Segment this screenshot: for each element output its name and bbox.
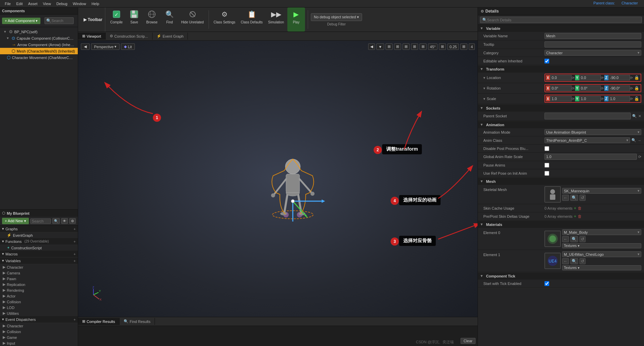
vp-scale-btn[interactable]: 0.25 [447,43,459,50]
use-ref-checkbox[interactable] [544,171,549,176]
scale-z-spin[interactable]: ⟳ [630,97,633,101]
tab-find-results[interactable]: 🔍 Find Results [120,318,155,325]
socket-search-icon[interactable]: 🔍 [632,114,637,118]
ed-game[interactable]: ▶ Game [0,334,78,340]
event-dispatchers-group[interactable]: ▾ Event Dispatchers + [0,316,78,323]
vp-icon-btn-6[interactable]: ⊞ [411,43,418,50]
anim-class-dropdown[interactable]: ThirdPerson_AnimBP_C ▾ [544,137,630,143]
tree-item-arrow[interactable]: → Arrow Component (Arrow) (Inherited) [0,41,78,48]
mesh-back-btn[interactable]: ← [562,195,569,201]
scale-y-spin[interactable]: ⟳ [601,97,604,101]
var-collision[interactable]: ▶ Collision [0,299,78,305]
el1-back-btn[interactable]: ← [562,258,569,264]
var-actor[interactable]: ▶ Actor [0,293,78,299]
el0-back-btn[interactable]: ← [562,236,569,242]
graphs-add-btn[interactable]: + [74,227,76,231]
vp-back-button[interactable]: ◀ [81,43,90,50]
menu-help[interactable]: Help [89,1,102,6]
menu-edit[interactable]: Edit [14,1,25,6]
scale-y-input[interactable] [579,96,601,101]
bp-search-btn[interactable]: 🔍 [52,218,60,224]
vp-icon-btn-11[interactable]: ⊞ [460,43,467,50]
bp-settings-btn[interactable]: ⚙ [69,218,76,224]
disable-post-checkbox[interactable] [544,146,549,151]
vp-icon-btn-2[interactable]: ▼ [376,43,384,50]
menu-file[interactable]: File [2,1,14,6]
variable-section-header[interactable]: ▾ Variable [478,25,644,32]
blueprint-section-header[interactable]: ⬡ My Blueprint [0,210,78,217]
loc-y-input[interactable] [579,75,601,80]
perspective-button[interactable]: Perspective ▾ [91,43,120,50]
animation-section-header[interactable]: ▾ Animation [478,121,644,128]
loc-z-input[interactable] [608,75,630,80]
skeletal-mesh-dropdown[interactable]: SK_Mannequin ▾ [562,188,641,194]
socket-clear-icon[interactable]: ✕ [638,114,641,118]
tree-item-mesh[interactable]: ⬡ Mesh (CharacterMesh0) (Inherited) [0,48,78,54]
rot-x-spin[interactable]: ⟳ [572,86,574,90]
debug-object-button[interactable]: No debug object selected ▾ [311,13,362,21]
add-new-button[interactable]: + Add New ▾ [2,218,29,224]
lit-button[interactable]: ◆ Lit [121,43,135,50]
add-component-button[interactable]: + Add Component ▾ [2,18,40,24]
tree-item-capsule[interactable]: ▾ ⊙ Capsule Component (CollisionCylinder… [0,35,78,41]
var-camera[interactable]: ▶ Camera [0,270,78,276]
textures1-dropdown[interactable]: Textures ▾ [562,265,641,270]
materials-section-header[interactable]: ▾ Materials [478,221,644,228]
scale-lock[interactable]: 🔓 [633,96,640,101]
tree-item-movement[interactable]: ⬡ Character Movement (CharMoveCOmp) (Inh… [0,54,78,61]
scale-x-input[interactable] [550,96,572,101]
event-graph-item[interactable]: ⚡ EventGraph [0,232,78,238]
el1-search-btn[interactable]: 🔍 [570,258,578,264]
pause-checkbox[interactable] [544,163,549,168]
tab-construction[interactable]: ⚙ Construction Scrip... [106,33,153,40]
ed-collision[interactable]: ▶ Collision [0,329,78,334]
el0-reset-btn[interactable]: ↺ [579,236,586,242]
vp-icon-btn-3[interactable]: ⊞ [386,43,393,50]
menu-asset[interactable]: Asset [25,1,40,6]
var-name-input[interactable] [544,33,641,39]
variables-group[interactable]: ▾ Variables + [0,257,78,264]
ed-add-btn[interactable]: + [74,318,76,322]
sockets-section-header[interactable]: ▾ Sockets [478,104,644,112]
var-character[interactable]: ▶ Character [0,264,78,270]
vp-icon-btn-9[interactable]: ⊞ [439,43,446,50]
bp-search-input[interactable] [32,219,49,223]
functions-group[interactable]: ▾ Functions (29 Overridable) + [0,238,78,245]
component-tick-header[interactable]: ▾ Component Tick [478,272,644,280]
details-search-input[interactable] [487,18,640,22]
loc-lock[interactable]: 🔒 [633,75,640,80]
simulation-button[interactable]: ▶▶ Simulation [266,7,286,32]
category-dropdown[interactable]: Character ▾ [544,50,641,56]
browse-button[interactable]: Browse [144,7,160,32]
ed-character[interactable]: ▶ Character [0,323,78,329]
clear-button[interactable]: Clear [461,338,476,344]
mesh-section-header[interactable]: ▾ Mesh [478,178,644,185]
transform-section-header[interactable]: ▾ Transform [478,65,644,73]
tree-item-bp-npc[interactable]: ▾ ⚙ BP_NPC(self) [0,28,78,35]
rot-y-spin[interactable]: ⟳ [601,86,604,90]
macros-group[interactable]: ▾ Macros + [0,251,78,257]
tab-compiler-results[interactable]: ⊞ Compiler Results [78,318,120,325]
var-utilities[interactable]: ▶ Utilities [0,310,78,316]
var-rendering[interactable]: ▶ Rendering [0,287,78,293]
textures0-dropdown[interactable]: Textures ▾ [562,243,641,248]
bp-eye-btn[interactable]: 👁 [61,218,68,224]
compile-button[interactable]: ✓ Compile [108,7,125,32]
tab-viewport[interactable]: ⊞ Viewport [78,33,106,40]
menu-view[interactable]: View [40,1,54,6]
element0-dropdown[interactable]: M_Male_Body ▾ [562,229,641,235]
macros-add-btn[interactable]: + [74,252,76,256]
global-rate-input[interactable] [544,154,637,160]
viewport[interactable]: ◀ Perspective ▾ ◆ Lit ◀ ▼ ⊞ ⊞ ⊞ ⊞ ⊞ [78,41,478,317]
construction-script-item[interactable]: ✦ ConstructionScript [0,245,78,251]
var-lod[interactable]: ▶ LOD [0,305,78,310]
vp-icon-btn-4[interactable]: ⊞ [394,43,401,50]
el0-search-btn[interactable]: 🔍 [570,236,578,242]
vp-icon-btn-1[interactable]: ◀ [368,43,375,50]
vp-icon-btn-7[interactable]: ⊞ [419,43,427,50]
skin-cache-del[interactable]: 🗑 [578,206,582,211]
vp-icon-btn-5[interactable]: ⊞ [402,43,410,50]
anim-mode-dropdown[interactable]: Use Animation Blueprint ▾ [544,129,641,135]
element1-dropdown[interactable]: M_UE4Man_ChestLogo ▾ [562,251,641,257]
var-pawn[interactable]: ▶ Pawn [0,276,78,282]
